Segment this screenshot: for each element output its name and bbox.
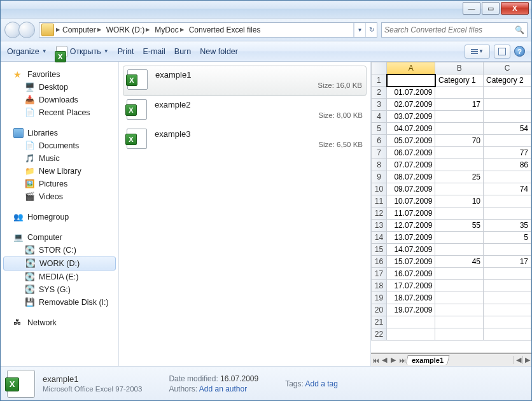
cell[interactable] bbox=[435, 147, 484, 159]
cell[interactable]: 18.07.2009 bbox=[387, 292, 435, 304]
cell[interactable] bbox=[435, 87, 484, 99]
cell[interactable]: 14.07.2009 bbox=[387, 244, 435, 256]
row-header[interactable]: 3 bbox=[372, 99, 387, 111]
cell[interactable] bbox=[435, 183, 484, 195]
cell[interactable] bbox=[484, 268, 531, 280]
select-all-cell[interactable] bbox=[372, 62, 387, 74]
cell[interactable]: 01.07.2009 bbox=[387, 87, 435, 99]
cell[interactable] bbox=[435, 268, 484, 280]
cell[interactable]: 03.07.2009 bbox=[387, 111, 435, 123]
cell[interactable]: 05.07.2009 bbox=[387, 135, 435, 147]
cell[interactable] bbox=[435, 232, 484, 244]
cell[interactable]: 06.07.2009 bbox=[387, 147, 435, 159]
row-header[interactable]: 22 bbox=[372, 328, 387, 341]
view-mode-button[interactable]: ▼ bbox=[465, 45, 490, 59]
sheet-first-button[interactable]: ⏮ bbox=[371, 356, 380, 364]
cell[interactable] bbox=[484, 328, 531, 341]
new-folder-button[interactable]: New folder bbox=[200, 47, 238, 56]
navigation-pane[interactable]: ★Favorites 🖥️Desktop 📥Downloads 📄Recent … bbox=[1, 62, 119, 366]
email-button[interactable]: E-mail bbox=[143, 47, 165, 56]
add-author-link[interactable]: Add an author bbox=[199, 384, 247, 393]
maximize-button[interactable]: ▭ bbox=[482, 2, 500, 15]
cell[interactable] bbox=[484, 244, 531, 256]
row-header[interactable]: 7 bbox=[372, 147, 387, 159]
file-item[interactable]: example3Size: 6,50 KB bbox=[123, 125, 367, 155]
cell[interactable]: 86 bbox=[484, 159, 531, 171]
nav-item-newlibrary[interactable]: 📁New Library bbox=[1, 165, 118, 178]
breadcrumb-dropdown[interactable]: ▾ bbox=[354, 23, 365, 37]
row-header[interactable]: 2 bbox=[372, 87, 387, 99]
cell[interactable] bbox=[435, 111, 484, 123]
hscroll-right-button[interactable]: ▶ bbox=[522, 356, 531, 364]
search-input[interactable]: Search Converted Excel files 🔍 bbox=[381, 22, 528, 38]
file-list[interactable]: example1Size: 16,0 KBexample2Size: 8,00 … bbox=[119, 62, 371, 366]
add-tag-link[interactable]: Add a tag bbox=[305, 379, 338, 388]
nav-item-downloads[interactable]: 📥Downloads bbox=[1, 94, 118, 106]
row-header[interactable]: 12 bbox=[372, 208, 387, 220]
cell[interactable]: 17.07.2009 bbox=[387, 280, 435, 292]
file-item[interactable]: example2Size: 8,00 KB bbox=[123, 96, 367, 125]
cell[interactable]: 17 bbox=[484, 256, 531, 268]
cell[interactable] bbox=[484, 111, 531, 123]
nav-item-recent[interactable]: 📄Recent Places bbox=[1, 106, 118, 119]
cell[interactable] bbox=[484, 208, 531, 220]
row-header[interactable]: 8 bbox=[372, 159, 387, 171]
cell[interactable] bbox=[435, 123, 484, 135]
column-header[interactable]: C bbox=[484, 62, 531, 74]
cell[interactable]: 04.07.2009 bbox=[387, 123, 435, 135]
row-header[interactable]: 21 bbox=[372, 316, 387, 328]
breadcrumb-segment[interactable]: Converted Excel files bbox=[186, 25, 263, 34]
sheet-prev-button[interactable]: ◀ bbox=[380, 356, 389, 364]
favorites-header[interactable]: ★Favorites bbox=[1, 68, 118, 81]
row-header[interactable]: 6 bbox=[372, 135, 387, 147]
file-item[interactable]: example1Size: 16,0 KB bbox=[123, 66, 367, 96]
cell[interactable]: 45 bbox=[435, 256, 484, 268]
active-cell[interactable] bbox=[387, 74, 435, 87]
cell[interactable]: 09.07.2009 bbox=[387, 183, 435, 195]
cell[interactable]: 54 bbox=[484, 123, 531, 135]
homegroup-header[interactable]: 👥Homegroup bbox=[1, 211, 118, 223]
nav-item-music[interactable]: 🎵Music bbox=[1, 152, 118, 165]
row-header[interactable]: 17 bbox=[372, 268, 387, 280]
nav-item-documents[interactable]: 📄Documents bbox=[1, 139, 118, 152]
refresh-button[interactable]: ↻ bbox=[365, 23, 377, 37]
cell[interactable]: 15.07.2009 bbox=[387, 256, 435, 268]
nav-item-desktop[interactable]: 🖥️Desktop bbox=[1, 81, 118, 94]
nav-item-drive-d[interactable]: 💽WORK (D:) bbox=[3, 257, 116, 271]
cell[interactable]: 10 bbox=[435, 195, 484, 208]
cell[interactable]: 17 bbox=[435, 99, 484, 111]
cell[interactable]: 13.07.2009 bbox=[387, 232, 435, 244]
row-header[interactable]: 13 bbox=[372, 220, 387, 232]
cell[interactable]: 11.07.2009 bbox=[387, 208, 435, 220]
cell[interactable] bbox=[484, 316, 531, 328]
help-button[interactable]: ? bbox=[514, 46, 525, 57]
network-header[interactable]: 🖧Network bbox=[1, 316, 118, 329]
cell[interactable]: 08.07.2009 bbox=[387, 171, 435, 183]
nav-item-drive-e[interactable]: 💽MEDIA (E:) bbox=[1, 271, 118, 283]
libraries-header[interactable]: Libraries bbox=[1, 127, 118, 139]
cell[interactable] bbox=[484, 135, 531, 147]
cell[interactable]: 35 bbox=[484, 220, 531, 232]
cell[interactable]: Category 1 bbox=[435, 74, 484, 87]
forward-button[interactable] bbox=[18, 22, 35, 38]
cell[interactable] bbox=[435, 208, 484, 220]
row-header[interactable]: 1 bbox=[372, 74, 387, 87]
column-header[interactable]: A bbox=[387, 62, 435, 74]
nav-item-drive-c[interactable]: 💽STOR (C:) bbox=[1, 244, 118, 257]
cell[interactable]: 19.07.2009 bbox=[387, 304, 435, 316]
cell[interactable] bbox=[484, 87, 531, 99]
preview-pane-button[interactable] bbox=[494, 45, 510, 59]
row-header[interactable]: 11 bbox=[372, 195, 387, 208]
cell[interactable]: 25 bbox=[435, 171, 484, 183]
close-button[interactable]: X bbox=[501, 2, 529, 15]
breadcrumb-segment[interactable]: MyDoc▶ bbox=[152, 25, 186, 34]
column-header[interactable]: B bbox=[435, 62, 484, 74]
row-header[interactable]: 20 bbox=[372, 304, 387, 316]
burn-button[interactable]: Burn bbox=[174, 47, 191, 56]
row-header[interactable]: 16 bbox=[372, 256, 387, 268]
row-header[interactable]: 10 bbox=[372, 183, 387, 195]
cell[interactable] bbox=[387, 316, 435, 328]
row-header[interactable]: 4 bbox=[372, 111, 387, 123]
row-header[interactable]: 18 bbox=[372, 280, 387, 292]
cell[interactable] bbox=[484, 99, 531, 111]
